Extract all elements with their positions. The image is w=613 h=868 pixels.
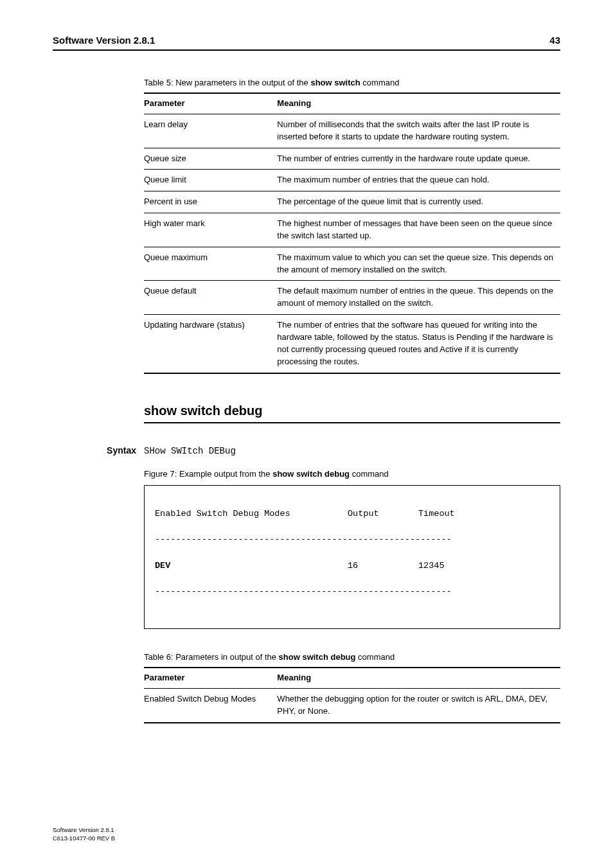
page-number: 43 (549, 35, 560, 46)
figure-rule: ----------------------------------------… (155, 585, 549, 598)
figure-caption: Figure 7: Example output from the show s… (144, 469, 560, 479)
table6-param: Enabled Switch Debug Modes (144, 688, 277, 722)
table-row: Queue limit The maximum number of entrie… (144, 170, 560, 191)
table5-param: Queue maximum (144, 247, 277, 281)
table-row: Queue default The default maximum number… (144, 281, 560, 315)
figure-row-c3: 12345 (418, 561, 445, 571)
table6-head-meaning: Meaning (277, 668, 560, 688)
figure-head-c2: Output (348, 508, 418, 520)
table5-caption: Table 5: New parameters in the output of… (144, 78, 560, 87)
section-heading: show switch debug (144, 403, 560, 423)
table5-meaning: The percentage of the queue limit that i… (277, 191, 560, 213)
table6-meaning: Whether the debugging option for the rou… (277, 688, 560, 722)
header-title: Software Version 2.8.1 (53, 35, 155, 46)
figure-rule: ----------------------------------------… (155, 533, 549, 546)
running-header: Software Version 2.8.1 43 (53, 35, 560, 51)
table6-caption: Table 6: Parameters in output of the sho… (144, 652, 560, 662)
figure-head-c3: Timeout (418, 509, 455, 518)
syntax-code: SHow SWItch DEBug (144, 446, 236, 456)
table5-param: Percent in use (144, 191, 277, 213)
footer-line2: C613-10477-00 REV B (53, 835, 115, 842)
figure-row-c1: DEV (155, 560, 348, 572)
figure-head-c1: Enabled Switch Debug Modes (155, 508, 348, 520)
figure-row-c2: 16 (348, 560, 418, 572)
figure-codebox: Enabled Switch Debug ModesOutputTimeout … (144, 485, 560, 630)
syntax-row: Syntax SHow SWItch DEBug (144, 445, 560, 456)
table-row: Enabled Switch Debug Modes Whether the d… (144, 688, 560, 722)
table5-meaning: The highest number of messages that have… (277, 213, 560, 247)
table-row: High water mark The highest number of me… (144, 213, 560, 247)
table6-meaning-pre: Whether the debugging option for the rou… (277, 694, 529, 704)
table5-param: Learn delay (144, 114, 277, 148)
table5-param: Queue size (144, 148, 277, 170)
table5-param: High water mark (144, 213, 277, 247)
table5-meaning: The number of entries that the software … (277, 315, 560, 373)
table5-head-meaning: Meaning (277, 93, 560, 114)
footer: Software Version 2.8.1 C613-10477-00 REV… (53, 826, 115, 842)
table5-param: Queue limit (144, 170, 277, 191)
syntax-label: Syntax (45, 445, 144, 456)
table5-param: Updating hardware (status) (144, 315, 277, 373)
figure-caption-prefix: Figure 7: Example output from the (144, 469, 272, 479)
table5-meaning: The number of entries currently in the h… (277, 148, 560, 170)
table-row: Percent in use The percentage of the que… (144, 191, 560, 213)
table5-meaning: The default maximum number of entries in… (277, 281, 560, 315)
table6-caption-suffix: command (355, 652, 395, 662)
table-row: Learn delay Number of milliseconds that … (144, 114, 560, 148)
table-row: Queue size The number of entries current… (144, 148, 560, 170)
table5-param: Queue default (144, 281, 277, 315)
table5-caption-prefix: Table 5: New parameters in the output of… (144, 78, 310, 87)
table5-caption-suffix: command (360, 78, 400, 87)
table6-caption-prefix: Table 6: Parameters in output of the (144, 652, 279, 662)
table6: Parameter Meaning Enabled Switch Debug M… (144, 667, 560, 723)
table5-meaning: The maximum number of entries that the q… (277, 170, 560, 191)
figure-caption-suffix: command (350, 469, 389, 479)
table-row: Queue maximum The maximum value to which… (144, 247, 560, 281)
table5-meaning: The maximum value to which you can set t… (277, 247, 560, 281)
table6-head-param: Parameter (144, 668, 277, 688)
table5-meaning: Number of milliseconds that the switch w… (277, 114, 560, 148)
table5-caption-bold: show switch (310, 78, 360, 87)
table5-head-param: Parameter (144, 93, 277, 114)
table5: Parameter Meaning Learn delay Number of … (144, 93, 560, 374)
table6-meaning-bold: DEV (529, 694, 546, 704)
footer-line1: Software Version 2.8.1 (53, 826, 115, 834)
table6-caption-bold: show switch debug (279, 652, 356, 662)
figure-caption-bold: show switch debug (272, 469, 350, 479)
table-row: Updating hardware (status) The number of… (144, 315, 560, 373)
